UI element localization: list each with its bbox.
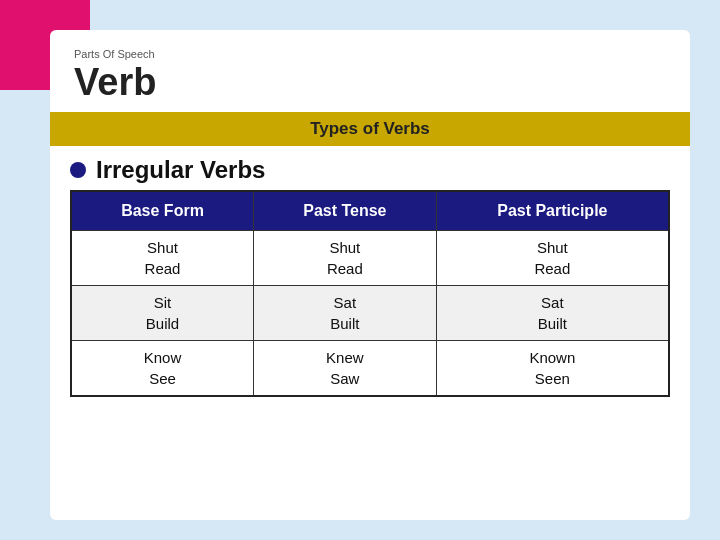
table-cell: ShutRead xyxy=(71,230,254,285)
col-header-past-participle: Past Participle xyxy=(436,191,669,231)
col-header-base-form: Base Form xyxy=(71,191,254,231)
table-cell: SitBuild xyxy=(71,285,254,340)
table-cell: KnewSaw xyxy=(254,340,437,396)
main-card: Parts Of Speech Verb Types of Verbs Irre… xyxy=(50,30,690,520)
irregular-verbs-heading: Irregular Verbs xyxy=(96,156,265,184)
parts-of-speech-label: Parts Of Speech xyxy=(74,48,666,60)
table-cell: SatBuilt xyxy=(436,285,669,340)
card-header: Parts Of Speech Verb xyxy=(50,30,690,108)
types-banner-text: Types of Verbs xyxy=(310,119,430,138)
table-cell: ShutRead xyxy=(436,230,669,285)
table-cell: KnowSee xyxy=(71,340,254,396)
col-header-past-tense: Past Tense xyxy=(254,191,437,231)
irregular-heading-row: Irregular Verbs xyxy=(50,146,690,190)
types-banner: Types of Verbs xyxy=(50,112,690,146)
table-cell: KnownSeen xyxy=(436,340,669,396)
page-title: Verb xyxy=(74,62,666,104)
table-cell: SatBuilt xyxy=(254,285,437,340)
bullet-icon xyxy=(70,162,86,178)
table-cell: ShutRead xyxy=(254,230,437,285)
verb-table: Base Form Past Tense Past Participle Shu… xyxy=(70,190,670,397)
